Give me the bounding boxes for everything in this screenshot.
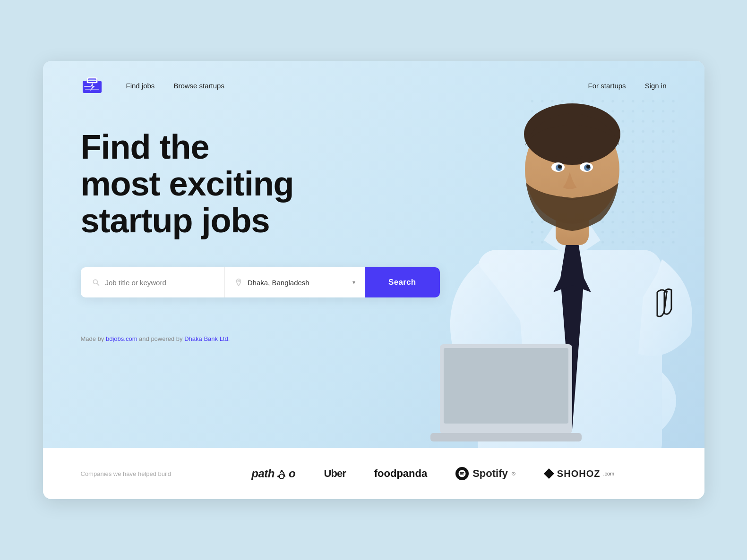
nav-for-startups[interactable]: For startups — [588, 82, 626, 90]
nav-links-left: Find jobs Browse startups — [126, 82, 588, 90]
keyword-field — [81, 267, 225, 297]
search-bar: Dhaka, Bangladesh Chittagong, Bangladesh… — [81, 267, 440, 297]
location-icon — [234, 278, 243, 287]
navbar: Find jobs Browse startups For startups S… — [43, 61, 704, 110]
keyword-input[interactable] — [105, 279, 213, 287]
pathao-bike-icon — [277, 468, 286, 479]
shohoz-diamond-icon — [544, 468, 554, 479]
svg-rect-26 — [430, 433, 582, 441]
location-select[interactable]: Dhaka, Bangladesh Chittagong, Bangladesh… — [248, 279, 348, 287]
shohoz-logo: SHOHOZ .com — [544, 468, 614, 479]
companies-label: Companies we have helped build — [81, 470, 172, 477]
page-container: Find jobs Browse startups For startups S… — [43, 61, 704, 499]
spotify-icon — [455, 467, 469, 480]
svg-line-11 — [97, 284, 99, 286]
nav-browse-startups[interactable]: Browse startups — [173, 82, 224, 90]
bdjobs-link[interactable]: bdjobs.com — [106, 335, 137, 342]
hero-footer-credit: Made by bdjobs.com and powered by Dhaka … — [43, 297, 704, 361]
svg-point-30 — [281, 470, 283, 472]
foodpanda-logo: foodpanda — [374, 467, 427, 480]
logo[interactable] — [81, 76, 103, 95]
chevron-down-icon: ▾ — [352, 279, 355, 286]
uber-logo: Uber — [324, 467, 346, 480]
companies-section: Companies we have helped build path o Ub… — [43, 448, 704, 499]
hero-section: Find jobs Browse startups For startups S… — [43, 61, 704, 448]
svg-point-12 — [238, 280, 240, 282]
search-icon — [92, 278, 100, 287]
hero-headline: Find the most exciting startup jobs — [81, 129, 355, 239]
nav-links-right: For startups Sign in — [588, 82, 667, 90]
pathao-logo: path o — [251, 467, 295, 480]
nav-sign-in[interactable]: Sign in — [645, 82, 667, 90]
search-button[interactable]: Search — [365, 267, 440, 297]
hero-content: Find the most exciting startup jobs — [43, 110, 704, 239]
dhakabank-link[interactable]: Dhaka Bank Ltd. — [184, 335, 230, 342]
svg-point-28 — [279, 474, 284, 479]
spotify-logo: Spotify ® — [455, 467, 515, 480]
location-field: Dhaka, Bangladesh Chittagong, Bangladesh… — [225, 267, 365, 297]
logo-icon — [81, 76, 103, 95]
nav-find-jobs[interactable]: Find jobs — [126, 82, 155, 90]
svg-point-29 — [277, 475, 279, 477]
companies-logos: path o Uber foodpanda — [199, 467, 666, 480]
